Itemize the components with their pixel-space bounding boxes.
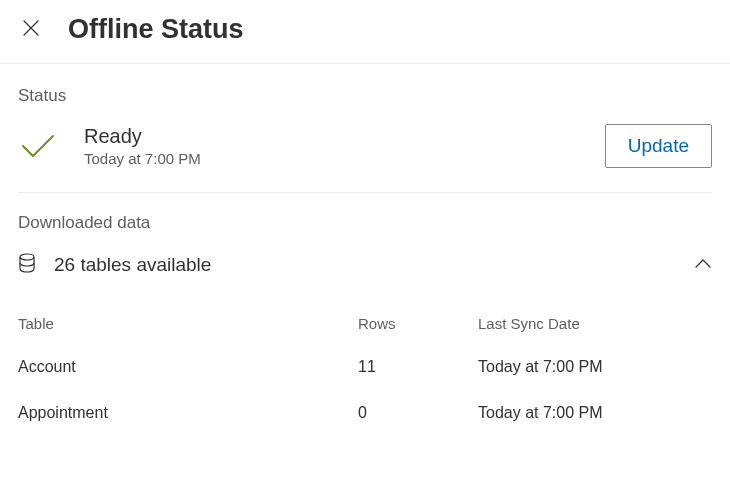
status-row: Ready Today at 7:00 PM Update (18, 124, 712, 193)
status-section-label: Status (18, 86, 712, 106)
table-row: Account 11 Today at 7:00 PM (18, 344, 712, 390)
col-rows: Rows (358, 315, 478, 332)
col-table: Table (18, 315, 358, 332)
status-left: Ready Today at 7:00 PM (18, 125, 581, 167)
chevron-up-icon (694, 256, 712, 274)
checkmark-icon (18, 132, 58, 160)
page-title: Offline Status (68, 14, 244, 45)
close-button[interactable] (18, 15, 44, 44)
cell-table: Appointment (18, 404, 358, 422)
status-timestamp: Today at 7:00 PM (84, 150, 201, 167)
status-state: Ready (84, 125, 201, 148)
svg-point-2 (20, 254, 34, 260)
col-last-sync: Last Sync Date (478, 315, 712, 332)
table-row: Appointment 0 Today at 7:00 PM (18, 390, 712, 436)
cell-last-sync: Today at 7:00 PM (478, 404, 712, 422)
update-button[interactable]: Update (605, 124, 712, 168)
database-icon (18, 253, 36, 277)
status-section: Status Ready Today at 7:00 PM Update (0, 64, 730, 193)
tables-list: Table Rows Last Sync Date Account 11 Tod… (18, 303, 712, 436)
table-header: Table Rows Last Sync Date (18, 303, 712, 344)
cell-last-sync: Today at 7:00 PM (478, 358, 712, 376)
cell-rows: 0 (358, 404, 478, 422)
header: Offline Status (0, 0, 730, 64)
close-icon (22, 19, 40, 40)
tables-expand-toggle[interactable]: 26 tables available (18, 249, 712, 293)
downloaded-section: Downloaded data 26 tables available Tabl… (0, 193, 730, 436)
tables-summary: 26 tables available (54, 254, 676, 276)
downloaded-section-label: Downloaded data (18, 213, 712, 233)
cell-rows: 11 (358, 358, 478, 376)
cell-table: Account (18, 358, 358, 376)
status-text: Ready Today at 7:00 PM (84, 125, 201, 167)
